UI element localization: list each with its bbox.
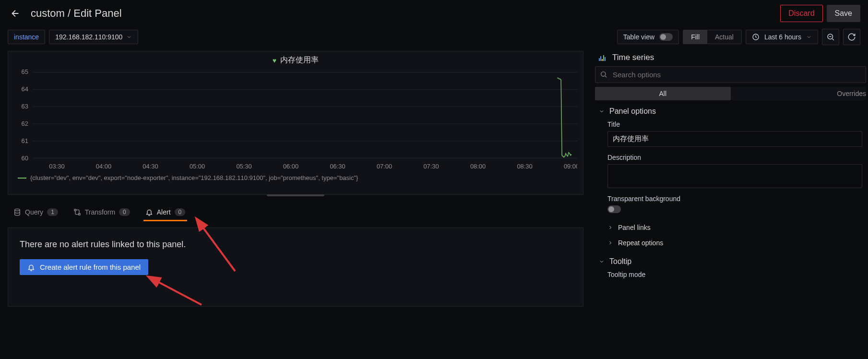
heart-icon: ♥: [273, 57, 276, 64]
svg-text:06:30: 06:30: [330, 163, 345, 170]
svg-text:06:00: 06:00: [283, 163, 298, 170]
main-area: ♥ 内存使用率 65 64 63 62: [0, 51, 868, 307]
chart-panel: ♥ 内存使用率 65 64 63 62: [8, 51, 583, 195]
tab-transform-label: Transform: [85, 208, 115, 216]
chevron-down-icon: [599, 108, 605, 114]
viz-type-label: Time series: [612, 53, 654, 62]
svg-text:05:30: 05:30: [236, 163, 251, 170]
right-pane: Time series All Overrides Panel options …: [591, 51, 868, 307]
transparent-toggle[interactable]: [607, 205, 621, 213]
chevron-right-icon: [607, 240, 613, 246]
clock-icon: [752, 33, 760, 41]
fill-option[interactable]: Fill: [683, 30, 707, 44]
chevron-right-icon: [607, 225, 613, 230]
legend-color-swatch: [18, 178, 26, 179]
chevron-down-icon: [599, 259, 605, 264]
create-alert-label: Create alert rule from this panel: [40, 263, 141, 271]
arrow-left-icon: [10, 8, 21, 19]
tooltip-mode-label: Tooltip mode: [607, 271, 862, 278]
variable-value-picker[interactable]: 192.168.182.110:9100: [49, 30, 138, 44]
options-tab-overrides[interactable]: Overrides: [731, 87, 867, 100]
left-pane: ♥ 内存使用率 65 64 63 62: [0, 51, 591, 307]
refresh-button[interactable]: [843, 29, 860, 45]
table-view-toggle[interactable]: Table view: [617, 30, 679, 44]
toggle-icon: [659, 33, 673, 41]
svg-text:08:00: 08:00: [470, 163, 486, 170]
description-label: Description: [607, 154, 862, 161]
tab-query-label: Query: [25, 208, 43, 216]
time-range-picker[interactable]: Last 6 hours: [746, 30, 818, 44]
chevron-down-icon: [126, 34, 132, 40]
toolbar: instance 192.168.182.110:9100 Table view…: [0, 27, 868, 51]
toolbar-left: instance 192.168.182.110:9100: [8, 30, 613, 44]
panel-links-label: Panel links: [618, 224, 651, 231]
title-label: Title: [607, 120, 862, 128]
scrollbar[interactable]: [267, 194, 324, 196]
tab-alert[interactable]: Alert 0: [143, 204, 187, 221]
zoom-out-button[interactable]: [822, 29, 839, 45]
title-input[interactable]: [607, 131, 862, 147]
section-repeat-options[interactable]: Repeat options: [593, 235, 868, 251]
viz-picker[interactable]: Time series: [593, 51, 868, 66]
svg-text:07:30: 07:30: [423, 163, 439, 170]
header-right: Discard Save: [780, 5, 860, 22]
section-tooltip[interactable]: Tooltip: [593, 251, 868, 271]
search-icon: [600, 71, 607, 78]
bell-icon: [145, 208, 153, 216]
toolbar-right: Table view Fill Actual Last 6 hours: [617, 29, 860, 45]
svg-text:08:30: 08:30: [517, 163, 532, 170]
database-icon: [13, 208, 21, 216]
create-alert-button[interactable]: Create alert rule from this panel: [20, 259, 148, 275]
svg-text:07:00: 07:00: [377, 163, 392, 170]
variable-label[interactable]: instance: [8, 30, 45, 44]
zoom-out-icon: [826, 33, 835, 41]
page-title: custom / Edit Panel: [31, 7, 122, 20]
section-panel-links[interactable]: Panel links: [593, 220, 868, 235]
svg-rect-27: [74, 209, 76, 211]
svg-point-31: [601, 72, 606, 76]
actual-option[interactable]: Actual: [707, 30, 741, 44]
legend-row[interactable]: {cluster="dev", env="dev", export="node-…: [14, 174, 577, 181]
svg-text:63: 63: [21, 103, 28, 110]
svg-text:61: 61: [21, 137, 28, 144]
time-range-label: Last 6 hours: [764, 33, 801, 41]
section-label: Panel options: [609, 107, 656, 116]
editor-tabs: Query 1 Transform 0 Alert 0: [8, 204, 583, 222]
tab-query-badge: 1: [47, 208, 58, 216]
transparent-label: Transparent background: [607, 195, 862, 203]
search-options-input[interactable]: [595, 66, 866, 83]
legend-text: {cluster="dev", env="dev", export="node-…: [30, 174, 358, 181]
panel-title: 内存使用率: [280, 55, 319, 65]
field-description: Description: [593, 154, 868, 195]
variable-value-text: 192.168.182.110:9100: [55, 33, 122, 41]
table-view-label: Table view: [623, 33, 654, 41]
svg-text:04:30: 04:30: [143, 163, 158, 170]
options-tab-all[interactable]: All: [595, 87, 731, 100]
svg-text:62: 62: [21, 120, 28, 127]
timeseries-icon: [599, 54, 607, 61]
svg-rect-28: [78, 214, 80, 215]
section-panel-options[interactable]: Panel options: [593, 100, 868, 120]
transform-icon: [73, 208, 81, 216]
panel-title-row: ♥ 内存使用率: [14, 55, 577, 65]
fill-actual-group: Fill Actual: [683, 30, 742, 44]
svg-text:03:30: 03:30: [49, 163, 64, 170]
repeat-options-label: Repeat options: [618, 239, 663, 247]
tab-transform[interactable]: Transform 0: [71, 204, 132, 221]
options-tabs: All Overrides: [595, 87, 866, 100]
svg-text:09:00: 09:00: [564, 163, 577, 170]
header-left: custom / Edit Panel: [8, 6, 122, 21]
back-button[interactable]: [8, 6, 23, 21]
save-button[interactable]: Save: [827, 5, 860, 22]
svg-point-26: [15, 209, 20, 211]
discard-button[interactable]: Discard: [780, 5, 822, 22]
chevron-down-icon: [806, 34, 812, 40]
description-input[interactable]: [607, 164, 862, 188]
tab-alert-label: Alert: [157, 208, 171, 216]
svg-text:64: 64: [21, 85, 28, 93]
tooltip-label: Tooltip: [609, 257, 631, 266]
tab-alert-badge: 0: [175, 208, 186, 216]
tab-query[interactable]: Query 1: [12, 204, 60, 221]
chart-area[interactable]: 65 64 63 62 61 60 03:30 04:00 04:30 05:0…: [14, 67, 577, 173]
page-header: custom / Edit Panel Discard Save: [0, 0, 868, 27]
